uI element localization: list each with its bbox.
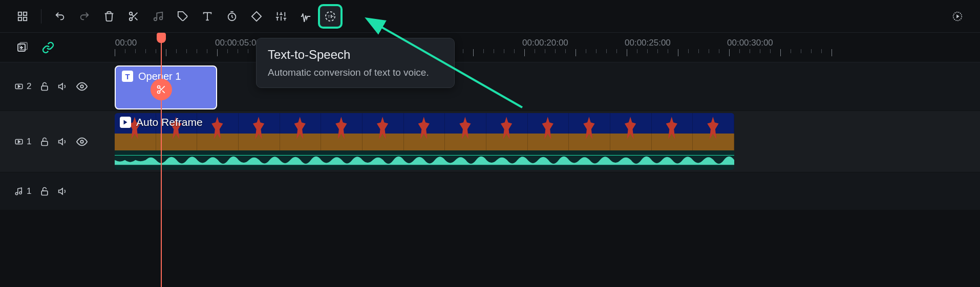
svg-rect-2 [18, 17, 22, 20]
tooltip-body: Automatic conversion of text to voice. [268, 67, 443, 78]
track-controls: 1 [0, 111, 115, 172]
speaker-icon[interactable] [58, 137, 68, 147]
audio-wave-icon[interactable] [295, 6, 316, 27]
toolbar: T [0, 0, 980, 33]
ruler-label: 00:00:05:00 [215, 38, 261, 48]
ruler-left-controls [0, 33, 115, 62]
svg-rect-34 [42, 86, 48, 90]
ruler-label: 00:00:25:00 [625, 38, 671, 48]
svg-marker-38 [18, 140, 20, 143]
track-row-audio-1: 1 [0, 172, 980, 210]
svg-line-52 [160, 88, 161, 90]
scissors-icon[interactable] [123, 6, 144, 27]
svg-point-36 [81, 85, 84, 88]
track-type-label: 2 [14, 81, 31, 92]
svg-point-10 [160, 16, 163, 19]
track-controls: 1 [0, 172, 115, 210]
svg-marker-33 [18, 85, 20, 88]
clip-label: Auto Reframe [136, 116, 203, 128]
ruler-label: :00:00 [115, 38, 137, 48]
svg-point-49 [158, 91, 160, 94]
tooltip-text-to-speech: Text-to-Speech Automatic conversion of t… [256, 38, 455, 88]
lock-icon[interactable] [39, 186, 50, 196]
diamond-icon[interactable] [246, 6, 267, 27]
sliders-icon[interactable] [271, 6, 291, 27]
text-icon[interactable] [197, 6, 218, 27]
track-content[interactable]: T Opener 1 [115, 62, 980, 111]
svg-point-44 [15, 192, 18, 195]
track-index: 1 [27, 137, 31, 147]
tag-icon[interactable] [173, 6, 193, 27]
clip-waveform [115, 150, 734, 170]
svg-line-51 [162, 91, 165, 93]
svg-text:T: T [328, 15, 330, 18]
svg-point-45 [19, 191, 22, 194]
track-index: 1 [27, 186, 31, 196]
stopwatch-icon[interactable] [222, 6, 242, 27]
play-badge-icon [120, 117, 131, 128]
ruler-label: 00:00:20:00 [522, 38, 568, 48]
add-track-icon[interactable] [14, 39, 31, 56]
ruler-row: :00:00 00:00:05:00 00:00:20:00 00:00:25:… [0, 33, 980, 62]
clip-video-autoreframe[interactable]: Auto Reframe [115, 113, 734, 170]
svg-rect-0 [18, 12, 22, 15]
svg-line-8 [132, 14, 134, 16]
svg-marker-43 [124, 120, 127, 125]
track-index: 2 [27, 81, 31, 92]
svg-marker-35 [59, 83, 63, 90]
render-preview-icon[interactable] [947, 6, 968, 27]
svg-marker-47 [59, 188, 63, 194]
speaker-icon[interactable] [58, 186, 68, 196]
svg-point-48 [158, 86, 160, 89]
timeline-tracks: 2 T Opener 1 1 [0, 62, 980, 210]
svg-point-4 [130, 12, 133, 15]
tooltip-title: Text-to-Speech [268, 48, 443, 62]
svg-rect-39 [42, 141, 48, 145]
text-to-speech-icon[interactable]: T [320, 6, 340, 27]
time-ruler[interactable]: :00:00 00:00:05:00 00:00:20:00 00:00:25:… [115, 33, 980, 62]
lock-icon[interactable] [39, 81, 50, 92]
lock-icon[interactable] [39, 137, 50, 147]
ruler-label: 00:00:30:00 [727, 38, 773, 48]
redo-icon[interactable] [74, 6, 95, 27]
link-icon[interactable] [40, 39, 56, 56]
text-badge-icon: T [122, 71, 133, 82]
apps-icon[interactable] [12, 6, 33, 27]
svg-marker-27 [956, 14, 960, 18]
track-content[interactable]: Auto Reframe [115, 111, 980, 172]
toolbar-divider [41, 9, 41, 24]
svg-rect-3 [24, 17, 27, 20]
eye-icon[interactable] [76, 81, 88, 92]
track-controls: 2 [0, 62, 115, 111]
track-content[interactable] [115, 172, 980, 210]
svg-rect-1 [24, 12, 27, 15]
music-note-icon[interactable] [148, 6, 168, 27]
trash-icon[interactable] [99, 6, 119, 27]
eye-icon[interactable] [76, 136, 88, 147]
svg-rect-46 [42, 191, 48, 195]
track-type-label: 1 [14, 186, 31, 196]
svg-point-9 [154, 17, 157, 20]
track-row-video-2: 2 T Opener 1 [0, 62, 980, 111]
track-type-label: 1 [14, 137, 31, 147]
svg-line-7 [135, 17, 137, 20]
track-row-video-1: 1 [0, 111, 980, 172]
undo-icon[interactable] [50, 6, 70, 27]
svg-marker-40 [59, 139, 63, 145]
svg-point-41 [81, 140, 84, 143]
speaker-icon[interactable] [58, 81, 68, 92]
playhead-split-button[interactable] [151, 79, 172, 100]
svg-point-24 [326, 12, 335, 21]
svg-point-5 [130, 17, 133, 20]
